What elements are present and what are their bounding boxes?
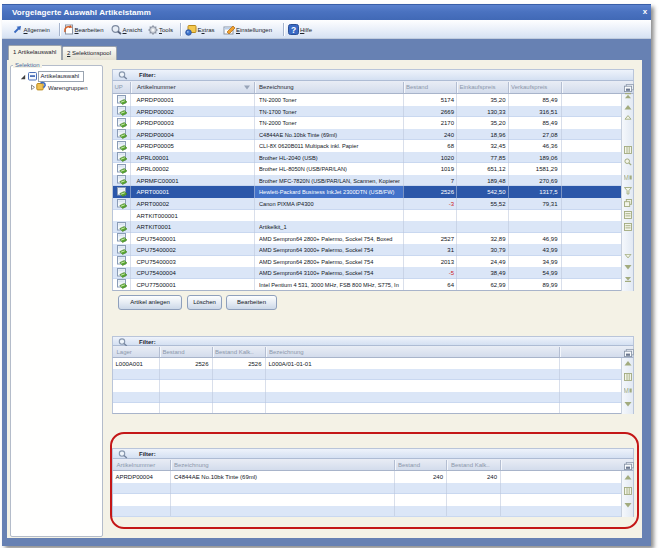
- svg-text:M: M: [624, 386, 629, 393]
- svg-text:?: ?: [291, 25, 296, 35]
- svg-text:M: M: [624, 173, 629, 180]
